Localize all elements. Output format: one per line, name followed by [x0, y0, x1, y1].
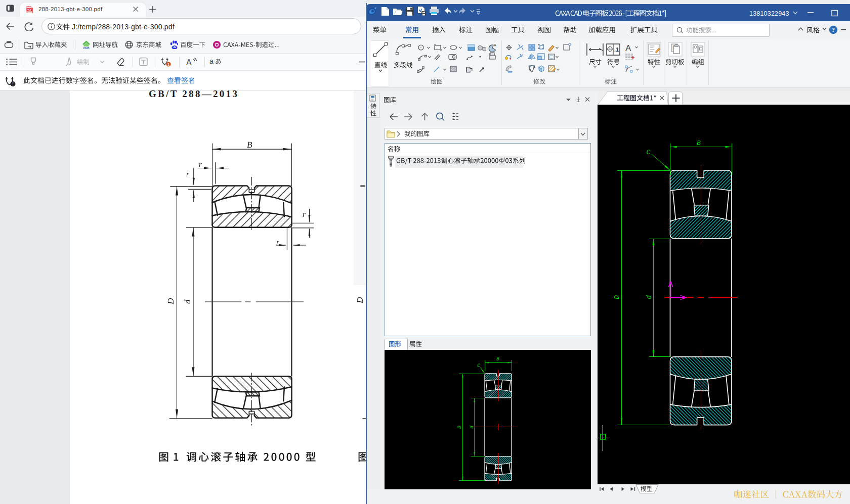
- svg-text:PDF: PDF: [27, 8, 32, 11]
- svg-text:A: A: [186, 58, 192, 67]
- svg-text:.1: .1: [614, 47, 619, 53]
- svg-text:2345: 2345: [83, 47, 89, 50]
- svg-text:Y: Y: [626, 68, 628, 71]
- svg-text:A: A: [625, 43, 631, 53]
- svg-text:1: 1: [167, 63, 169, 66]
- svg-text:du: du: [173, 46, 176, 49]
- svg-text:!: !: [12, 82, 14, 86]
- svg-text:?: ?: [832, 26, 835, 33]
- svg-text:A: A: [494, 43, 496, 47]
